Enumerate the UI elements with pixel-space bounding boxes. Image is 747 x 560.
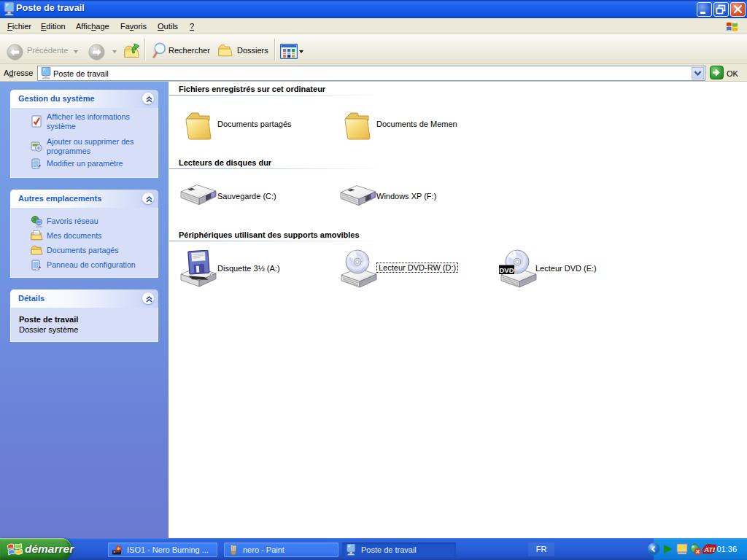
svg-text:DVD: DVD (499, 266, 514, 274)
svg-text:ATI: ATI (703, 545, 715, 553)
